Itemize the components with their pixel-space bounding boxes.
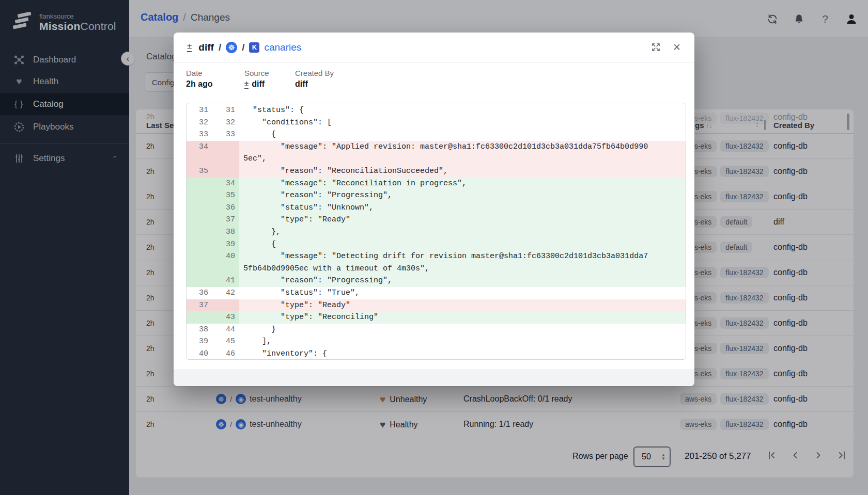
new-line-number: 41 <box>213 275 239 287</box>
title-separator: / <box>242 42 244 53</box>
diff-line-text: "type": "Ready" <box>239 299 686 312</box>
modal-title-bar: ± diff / ☸ / K canaries ✕ <box>174 33 694 62</box>
source-label: Source <box>244 69 295 77</box>
new-line-number: 46 <box>213 348 239 360</box>
new-line-number: 40 <box>213 250 239 275</box>
old-line-number: 34 <box>187 141 213 165</box>
new-line-number: 36 <box>213 202 239 214</box>
diff-line-text: } <box>239 324 686 336</box>
diff-line: 3333 { <box>187 129 686 141</box>
diff-line-text: "conditions": [ <box>239 117 686 129</box>
diff-line-text: ], <box>239 336 686 348</box>
resource-link[interactable]: canaries <box>264 42 301 53</box>
old-line-number <box>187 238 213 251</box>
old-line-number: 31 <box>187 104 213 117</box>
diff-line: 3844 } <box>187 324 686 336</box>
diff-line: 4046 "inventory": { <box>187 348 686 360</box>
new-line-number: 44 <box>213 324 239 336</box>
old-line-number <box>187 250 213 275</box>
diff-line-text: "reason": "ReconciliationSucceeded", <box>239 165 686 178</box>
created-by-value: diff <box>295 79 353 89</box>
diff-line: 3945 ], <box>187 336 686 348</box>
diff-line-text: }, <box>239 226 686 238</box>
diff-line-text: "message": "Reconciliation in progress", <box>239 178 686 190</box>
expand-icon[interactable] <box>650 42 661 53</box>
old-line-number: 32 <box>187 117 213 129</box>
new-line-number: 42 <box>213 287 239 299</box>
new-line-number: 43 <box>213 311 239 324</box>
change-type-label: diff <box>198 42 214 53</box>
diff-line-text: { <box>239 238 686 251</box>
source-value: ± diff <box>244 79 295 89</box>
diff-line: 43 "type": "Reconciling" <box>187 311 686 324</box>
new-line-number: 37 <box>213 214 239 226</box>
old-line-number <box>187 178 213 190</box>
old-line-number: 33 <box>187 129 213 141</box>
diff-line: 35 "reason": "Progressing", <box>187 189 686 202</box>
diff-line-text: "type": "Ready" <box>239 214 686 226</box>
diff-line: 35 "reason": "ReconciliationSucceeded", <box>187 165 686 178</box>
diff-line: 38 }, <box>187 226 686 238</box>
old-line-number <box>187 311 213 324</box>
new-line-number: 45 <box>213 336 239 348</box>
diff-line: 41 "reason": "Progressing", <box>187 275 686 287</box>
diff-line-text: "inventory": { <box>239 348 686 360</box>
new-line-number <box>213 165 239 178</box>
close-icon[interactable]: ✕ <box>673 41 681 53</box>
diff-line: 40 "message": "Detecting drift for revis… <box>187 250 686 275</box>
new-line-number: 38 <box>213 226 239 238</box>
diff-line-text: "type": "Reconciling" <box>239 311 686 324</box>
diff-line: 34 "message": "Applied revision: master@… <box>187 141 686 165</box>
kubernetes-icon: ☸ <box>226 42 237 53</box>
diff-line: 36 "status": "Unknown", <box>187 202 686 214</box>
old-line-number <box>187 275 213 287</box>
old-line-number: 38 <box>187 324 213 336</box>
new-line-number: 35 <box>213 189 239 202</box>
old-line-number <box>187 202 213 214</box>
old-line-number: 35 <box>187 165 213 178</box>
old-line-number: 36 <box>187 287 213 299</box>
diff-modal: ± diff / ☸ / K canaries ✕ Date 2h ago <box>174 33 694 386</box>
title-separator: / <box>219 42 221 53</box>
diff-line: 39 { <box>187 238 686 251</box>
diff-line-text: "status": "Unknown", <box>239 202 686 214</box>
old-line-number: 37 <box>187 299 213 312</box>
diff-line-text: "status": "True", <box>239 287 686 299</box>
diff-line-text: { <box>239 129 686 141</box>
diff-plus-minus-icon: ± <box>187 42 192 52</box>
diff-line: 37 "type": "Ready" <box>187 214 686 226</box>
new-line-number: 31 <box>213 104 239 117</box>
change-metadata: Date 2h ago Source ± diff Created By dif… <box>186 69 353 89</box>
new-line-number <box>213 299 239 312</box>
modal-footer <box>174 369 694 386</box>
diff-line-text: "message": "Detecting drift for revision… <box>239 250 686 275</box>
diff-line: 34 "message": "Reconciliation in progres… <box>187 178 686 190</box>
new-line-number <box>213 141 239 165</box>
diff-line-text: "message": "Applied revision: master@sha… <box>239 141 686 165</box>
old-line-number <box>187 189 213 202</box>
diff-line: 37 "type": "Ready" <box>187 299 686 312</box>
modal-title: ± diff / ☸ / K canaries <box>187 42 301 53</box>
new-line-number: 32 <box>213 117 239 129</box>
old-line-number: 39 <box>187 336 213 348</box>
diff-plus-minus-icon: ± <box>244 80 249 89</box>
diff-line: 3131 "status": { <box>187 104 686 117</box>
diff-line-text: "reason": "Progressing", <box>239 275 686 287</box>
diff-line-text: "reason": "Progressing", <box>239 189 686 202</box>
old-line-number: 40 <box>187 348 213 360</box>
new-line-number: 33 <box>213 129 239 141</box>
diff-line-text: "status": { <box>239 104 686 117</box>
date-value: 2h ago <box>186 79 244 89</box>
date-label: Date <box>186 69 244 77</box>
new-line-number: 39 <box>213 238 239 251</box>
diff-line: 3642 "status": "True", <box>187 287 686 299</box>
old-line-number <box>187 214 213 226</box>
old-line-number <box>187 226 213 238</box>
created-by-label: Created By <box>295 69 353 77</box>
new-line-number: 34 <box>213 178 239 190</box>
diff-viewer[interactable]: 3131 "status": {3232 "conditions": [3333… <box>186 103 686 360</box>
kustomization-badge-icon: K <box>249 42 259 53</box>
diff-line: 3232 "conditions": [ <box>187 117 686 129</box>
